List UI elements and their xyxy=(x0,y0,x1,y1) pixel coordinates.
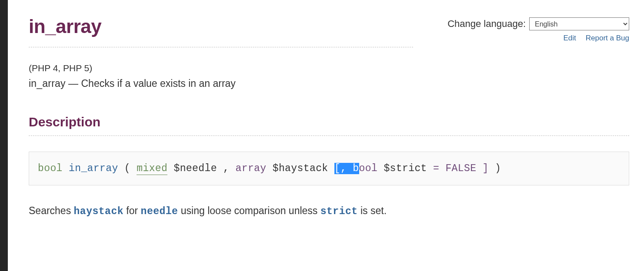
param2-var: $haystack xyxy=(273,163,328,174)
section-description: Description xyxy=(29,115,629,129)
param-haystack: haystack xyxy=(74,206,123,217)
php-versions: (PHP 4, PHP 5) xyxy=(29,63,629,73)
param-strict: strict xyxy=(320,206,358,217)
summary-desc: Checks if a value exists in an array xyxy=(81,78,235,89)
section-divider xyxy=(29,136,629,136)
language-select[interactable]: English xyxy=(529,17,629,30)
description-paragraph: Searches haystack for needle using loose… xyxy=(29,204,629,218)
param-needle: needle xyxy=(141,206,178,217)
comma1: , xyxy=(217,163,236,174)
edit-link[interactable]: Edit xyxy=(564,34,576,43)
summary-sep: — xyxy=(66,78,81,89)
summary-name: in_array xyxy=(29,78,66,89)
doc-page: in_array Change language: English Edit R… xyxy=(8,0,644,271)
title-divider xyxy=(29,47,413,47)
selected-text: [, b xyxy=(334,163,359,174)
space2 xyxy=(377,163,384,174)
text3: using loose comparison unless xyxy=(178,205,320,216)
language-label: Change language: xyxy=(447,18,526,30)
opt-close: ] xyxy=(476,163,488,174)
edit-links: Edit Report a Bug xyxy=(564,34,629,43)
equals: = xyxy=(427,163,446,174)
param1-var: $needle xyxy=(174,163,217,174)
space1 xyxy=(328,163,334,174)
left-gutter xyxy=(0,0,8,271)
param3-var: $strict xyxy=(384,163,427,174)
param1-type[interactable]: mixed xyxy=(137,163,167,175)
param2-type: array xyxy=(236,163,267,174)
text2: for xyxy=(123,205,141,216)
param3-default: FALSE xyxy=(445,163,476,174)
header-right: Change language: English Edit Report a B… xyxy=(447,17,629,43)
paren-close: ) xyxy=(489,163,501,174)
report-bug-link[interactable]: Report a Bug xyxy=(586,34,629,43)
method-synopsis: bool in_array ( mixed $needle , array $h… xyxy=(29,152,629,185)
function-name: in_array xyxy=(69,163,118,174)
text1: Searches xyxy=(29,205,74,216)
return-type: bool xyxy=(38,163,63,174)
page-title: in_array xyxy=(29,16,101,37)
top-row: in_array Change language: English Edit R… xyxy=(29,16,629,43)
text4: is set. xyxy=(358,205,387,216)
language-selector: Change language: English xyxy=(447,17,629,30)
summary-line: in_array — Checks if a value exists in a… xyxy=(29,78,629,89)
param3-type-rest: ool xyxy=(359,163,378,174)
paren-open: ( xyxy=(118,163,137,174)
